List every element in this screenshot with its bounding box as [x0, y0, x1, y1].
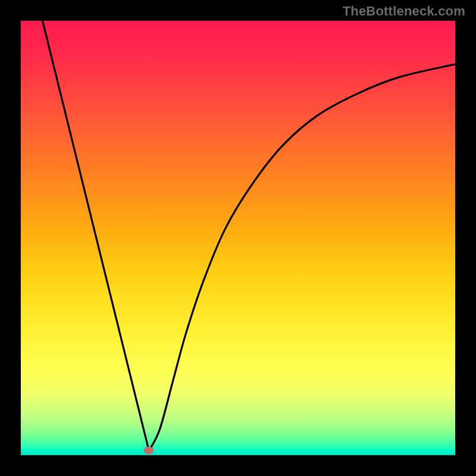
- watermark-text: TheBottleneck.com: [343, 4, 465, 19]
- plot-area: [21, 21, 455, 455]
- chart-frame: TheBottleneck.com: [0, 0, 476, 476]
- minimum-marker: [144, 447, 154, 455]
- bottleneck-curve: [21, 21, 455, 455]
